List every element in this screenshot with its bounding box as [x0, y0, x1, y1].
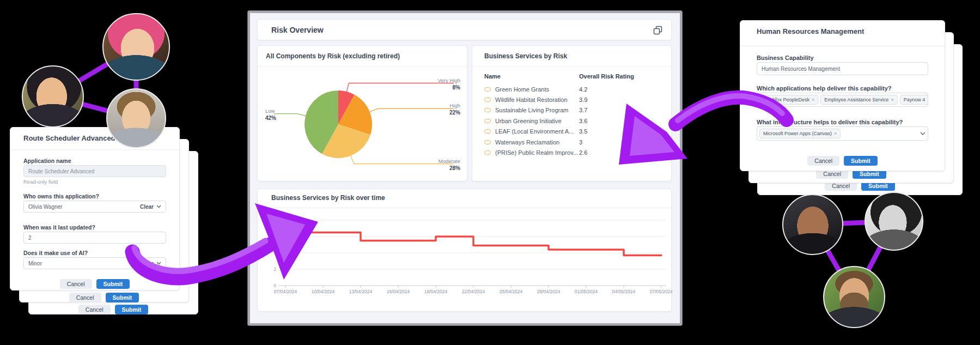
risk-table-body: Green Home Grants4.2Wildlife Habitat Res…: [484, 84, 664, 158]
owner-value: Olivia Wagner: [28, 204, 62, 210]
divider: [10, 149, 179, 150]
selected-option-chip[interactable]: Paynow 4×: [900, 95, 928, 105]
capability-label: Business Capability: [757, 55, 814, 61]
remove-icon[interactable]: ×: [927, 97, 928, 102]
remove-icon[interactable]: ×: [812, 97, 814, 102]
business-service-icon: [484, 150, 491, 155]
table-row: Sustainable Living Program3.7: [484, 105, 664, 116]
apps-multiselect[interactable]: Flashfox PeopleDesk×Employee Assistance …: [757, 93, 928, 107]
svg-text:8: 8: [273, 217, 276, 223]
service-name: Waterways Reclamation: [495, 139, 579, 146]
updated-field[interactable]: 2: [23, 232, 166, 244]
submit-button[interactable]: Submit: [96, 279, 130, 289]
ai-value: Minor: [28, 261, 42, 267]
table-row: Wildlife Habitat Restoration3.9: [484, 94, 664, 105]
cancel-button[interactable]: Cancel: [69, 293, 101, 302]
chevron-down-icon[interactable]: [920, 132, 926, 135]
svg-text:High: High: [449, 102, 460, 108]
cancel-button[interactable]: Cancel: [60, 279, 92, 289]
business-service-icon: [484, 87, 491, 92]
svg-text:13/04/2024: 13/04/2024: [349, 289, 373, 294]
business-service-icon: [484, 140, 491, 144]
selected-option-chip[interactable]: Flashfox PeopleDesk×: [759, 95, 818, 105]
submit-button[interactable]: Submit: [106, 293, 139, 302]
svg-text:28%: 28%: [449, 165, 460, 171]
service-name: (PRISe) Public Realm Improv...: [495, 149, 579, 156]
updated-value: 2: [28, 235, 32, 241]
table-row: Waterways Reclamation3: [484, 137, 664, 147]
cancel-button[interactable]: Cancel: [78, 305, 111, 314]
risk-rating-value: 2.6: [579, 149, 587, 156]
service-name: LEAF (Local Environment A...: [495, 128, 579, 135]
divider: [740, 46, 945, 46]
svg-text:42%: 42%: [265, 115, 276, 121]
apps-label: Which applications help deliver this cap…: [757, 85, 892, 92]
selected-option-chip[interactable]: Employee Assistance Service×: [820, 95, 897, 105]
svg-text:2: 2: [273, 267, 276, 272]
copy-icon[interactable]: [653, 26, 662, 35]
app-name-field[interactable]: Route Scheduler Advanced: [23, 165, 166, 177]
risk-rating-value: 3.6: [579, 118, 587, 124]
timeline-card: Business Services by Risk over time 0246…: [257, 189, 672, 312]
svg-text:10/04/2024: 10/04/2024: [312, 289, 335, 294]
capability-field[interactable]: Human Resources Management: [757, 62, 928, 75]
svg-text:07/04/2024: 07/04/2024: [274, 289, 297, 294]
svg-text:01/05/2024: 01/05/2024: [575, 289, 598, 294]
remove-icon[interactable]: ×: [891, 97, 893, 102]
table-card-title: Business Services by Risk: [484, 52, 567, 60]
table-row: (PRISe) Public Realm Improv...2.6: [484, 147, 664, 158]
updated-label: When was it last updated?: [23, 224, 95, 231]
owner-select[interactable]: Olivia Wagner Clear: [23, 201, 166, 213]
pie-card: All Components by Risk (excluding retire…: [257, 45, 467, 181]
business-service-icon: [484, 108, 491, 112]
svg-text:4: 4: [273, 250, 276, 256]
app-name-label: Application name: [23, 158, 71, 164]
svg-text:6: 6: [273, 234, 276, 239]
svg-text:07/05/2024: 07/05/2024: [650, 289, 672, 294]
service-name: Sustainable Living Program: [495, 107, 579, 113]
table-card: Business Services by Risk Name Overall R…: [472, 45, 672, 181]
selected-option-chip[interactable]: Microsoft Power Apps (Canvas)×: [759, 129, 841, 138]
app-name-value: Route Scheduler Advanced: [28, 168, 94, 174]
submit-button[interactable]: Submit: [844, 156, 878, 166]
ai-clear-button[interactable]: Clear: [140, 261, 161, 267]
timeline-card-title: Business Services by Risk over time: [271, 194, 385, 202]
chevron-down-icon: [156, 205, 161, 208]
marketing-composite: { "colors": { "accent_purple": "#A21CF0"…: [0, 0, 980, 345]
read-only-helper: Read-only field: [23, 179, 58, 185]
owner-clear-button[interactable]: Clear: [140, 204, 161, 210]
ai-select[interactable]: Minor Clear: [23, 257, 166, 269]
cancel-button[interactable]: Cancel: [807, 156, 839, 166]
svg-text:Very High: Very High: [438, 77, 460, 83]
infra-multiselect[interactable]: Microsoft Power Apps (Canvas)×: [757, 126, 928, 141]
business-service-icon: [484, 129, 491, 134]
svg-text:16/04/2024: 16/04/2024: [387, 289, 410, 294]
right-form-card: Human Resources Management Business Capa…: [740, 20, 945, 171]
svg-text:Moderate: Moderate: [439, 158, 460, 164]
table-row: Urban Greening Initiative3.6: [484, 116, 664, 126]
page-title: Risk Overview: [271, 26, 324, 34]
avatar-woman-dark-hair: [22, 65, 84, 128]
risk-rating-value: 3: [579, 139, 582, 146]
left-form-card: Route Scheduler Advanced Application nam…: [10, 127, 180, 290]
business-service-icon: [484, 98, 491, 102]
risk-rating-value: 4.2: [579, 86, 587, 93]
remove-icon[interactable]: ×: [834, 131, 837, 136]
svg-text:04/05/2024: 04/05/2024: [612, 289, 636, 294]
risk-pie-chart: Very High8%High22%Moderate28%Low42%: [258, 66, 468, 182]
chip-label: Paynow 4: [904, 97, 926, 102]
avatar-woman-pink-hair: [102, 13, 170, 81]
submit-button[interactable]: Submit: [115, 305, 149, 314]
column-header-name: Name: [484, 73, 501, 80]
svg-text:0: 0: [273, 283, 276, 288]
form-title: Human Resources Management: [757, 27, 864, 35]
column-header-rating: Overall Risk Rating: [579, 73, 634, 80]
svg-text:8%: 8%: [453, 84, 461, 90]
pie-card-title: All Components by Risk (excluding retire…: [266, 52, 400, 60]
table-row: Green Home Grants4.2: [484, 84, 664, 94]
avatar-man-glasses: [782, 194, 843, 255]
risk-rating-value: 3.9: [579, 96, 587, 103]
service-name: Green Home Grants: [495, 86, 579, 93]
risk-rating-value: 3.7: [579, 107, 587, 113]
avatar-man-beard: [823, 266, 885, 328]
